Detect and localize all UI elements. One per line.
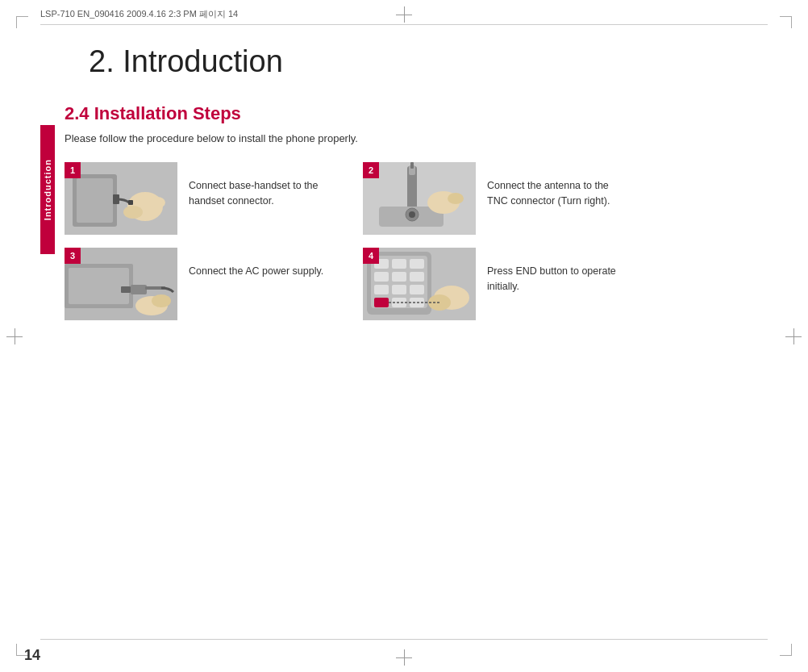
sidebar-tab: Introduction xyxy=(40,125,55,254)
steps-grid: 1 xyxy=(65,162,629,320)
svg-rect-34 xyxy=(374,285,389,294)
svg-point-24 xyxy=(152,294,171,307)
step-4-badge: 4 xyxy=(363,248,379,264)
svg-rect-31 xyxy=(374,272,389,282)
step-4-svg xyxy=(363,248,476,320)
crosshair-left xyxy=(6,328,23,344)
svg-rect-20 xyxy=(121,286,131,293)
step-3-description: Connect the AC power supply. xyxy=(189,248,323,279)
step-1: 1 xyxy=(65,162,331,235)
step-2-badge: 2 xyxy=(363,162,379,178)
page-title: 2. Introduction xyxy=(89,28,768,79)
crosshair-right xyxy=(785,328,802,344)
svg-rect-11 xyxy=(410,162,414,169)
step-2-description: Connect the antenna to the TNC connector… xyxy=(487,162,629,209)
step-4-description: Press END button to operate initially. xyxy=(487,248,629,294)
svg-rect-33 xyxy=(410,272,424,282)
step-3-badge: 3 xyxy=(65,248,81,264)
step-1-badge: 1 xyxy=(65,162,81,178)
section-heading: 2.4 Installation Steps xyxy=(65,103,768,124)
svg-rect-2 xyxy=(77,178,113,223)
crosshair-bottom xyxy=(396,649,412,666)
step-2-image xyxy=(363,162,476,235)
svg-rect-19 xyxy=(69,268,129,304)
page-number: 14 xyxy=(24,647,40,664)
footer-line xyxy=(40,639,768,640)
main-body: 2. Introduction 2.4 Installation Steps P… xyxy=(65,28,768,320)
corner-mark-br xyxy=(780,644,792,656)
svg-point-16 xyxy=(448,193,464,204)
svg-rect-32 xyxy=(392,272,406,282)
step-3-image-container: 3 xyxy=(65,248,177,320)
header-line xyxy=(40,24,768,25)
step-3-image xyxy=(65,248,177,320)
step-2-svg xyxy=(363,162,476,235)
svg-rect-30 xyxy=(410,259,424,269)
svg-rect-29 xyxy=(392,259,406,269)
svg-rect-36 xyxy=(410,285,424,294)
step-2-image-container: 2 xyxy=(363,162,476,235)
svg-rect-7 xyxy=(128,200,133,205)
svg-rect-37 xyxy=(374,298,389,307)
svg-point-6 xyxy=(149,197,165,208)
step-4: 4 xyxy=(363,248,629,320)
svg-rect-35 xyxy=(392,285,406,294)
step-3: 3 xyxy=(65,248,331,320)
page-content: Introduction 2. Introduction 2.4 Install… xyxy=(40,28,768,632)
step-1-image xyxy=(65,162,177,235)
step-1-image-container: 1 xyxy=(65,162,177,235)
section-description: Please follow the procedure below to ins… xyxy=(65,132,768,144)
svg-point-5 xyxy=(123,206,143,219)
step-1-svg xyxy=(65,162,177,235)
header-bar: LSP-710 EN_090416 2009.4.16 2:3 PM 페이지 1… xyxy=(40,8,768,20)
step-3-svg xyxy=(65,248,177,320)
file-info: LSP-710 EN_090416 2009.4.16 2:3 PM 페이지 1… xyxy=(40,8,238,20)
step-2: 2 xyxy=(363,162,629,235)
sidebar-tab-label: Introduction xyxy=(43,159,52,220)
step-4-image xyxy=(363,248,476,320)
corner-mark-tl xyxy=(16,16,28,28)
svg-rect-21 xyxy=(131,285,147,294)
svg-point-14 xyxy=(409,211,415,218)
step-1-description: Connect base-handset to the handset conn… xyxy=(189,162,331,209)
corner-mark-tr xyxy=(780,16,792,28)
step-4-image-container: 4 xyxy=(363,248,476,320)
page-number-value: 14 xyxy=(24,647,40,663)
